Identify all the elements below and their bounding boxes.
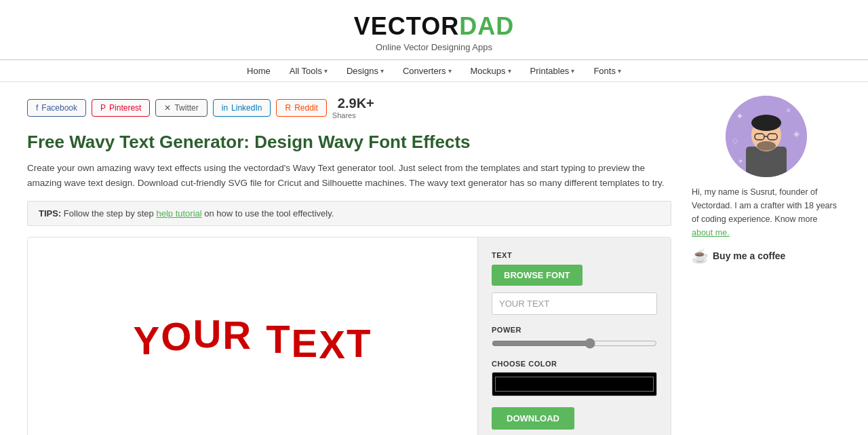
chevron-down-icon: ▾: [448, 67, 452, 75]
nav-designs[interactable]: Designs ▾: [347, 66, 384, 76]
tips-box: TIPS: Follow the step by step help tutor…: [27, 201, 671, 226]
power-label: POWER: [492, 326, 657, 334]
sidebar-bio: Hi, my name is Susrut, founder of Vector…: [692, 185, 841, 240]
svg-text:◇: ◇: [732, 136, 738, 145]
svg-text:✦: ✦: [736, 111, 744, 121]
facebook-icon: f: [36, 103, 38, 113]
preview-panel: Y O U R T E X T: [28, 238, 477, 435]
wavy-letter-T: T: [266, 316, 291, 362]
social-shares: f Facebook P Pinterest ✕ Twitter in Link…: [27, 96, 671, 119]
chevron-down-icon: ▾: [324, 67, 328, 75]
sidebar-avatar-card: ✦ ≡ ◈ ◇ ✦: [692, 96, 841, 264]
nav-mockups[interactable]: Mockups ▾: [471, 66, 511, 76]
wavy-text-preview: Y O U R T E X T: [134, 318, 372, 363]
text-input[interactable]: [492, 292, 657, 315]
chevron-down-icon: ▾: [571, 67, 574, 75]
coffee-icon: ☕: [692, 248, 709, 264]
bio-text: Hi, my name is Susrut, founder of Vector…: [692, 187, 837, 224]
pinterest-icon: P: [100, 103, 106, 113]
logo-text1: VECTOR: [354, 12, 459, 40]
browse-font-button[interactable]: BROWSE FONT: [492, 265, 583, 286]
wavy-letter-U: U: [193, 311, 222, 356]
facebook-share-button[interactable]: f Facebook: [27, 99, 86, 117]
chevron-down-icon: ▾: [508, 67, 511, 75]
pinterest-share-button[interactable]: P Pinterest: [92, 99, 150, 117]
tips-link[interactable]: help tutorial: [156, 208, 201, 219]
coffee-label: Buy me a coffee: [713, 250, 785, 261]
power-slider[interactable]: [492, 338, 657, 349]
text-control-label: TEXT: [492, 251, 657, 259]
color-label: CHOOSE COLOR: [492, 360, 657, 368]
tool-area: Y O U R T E X T TEXT BROWSE FONT POWER: [27, 237, 671, 435]
wavy-letter-O: O: [161, 314, 193, 359]
twitter-icon: ✕: [164, 103, 171, 113]
shares-count-block: 2.9K+ Shares: [332, 96, 374, 119]
nav-home[interactable]: Home: [247, 66, 271, 76]
download-button[interactable]: DOWNLOAD: [492, 407, 574, 430]
wavy-letter-E: E: [292, 320, 319, 366]
tips-text: Follow the step by step: [64, 208, 157, 219]
svg-text:≡: ≡: [787, 107, 791, 114]
site-tagline: Online Vector Designing Apps: [14, 42, 854, 52]
wavy-letter-Y: Y: [134, 318, 161, 363]
tips-label: TIPS:: [39, 208, 61, 219]
bio-link[interactable]: about me.: [692, 228, 730, 238]
buy-coffee-button[interactable]: ☕ Buy me a coffee: [692, 248, 841, 264]
nav-printables[interactable]: Printables ▾: [530, 66, 575, 76]
twitter-share-button[interactable]: ✕ Twitter: [155, 99, 207, 117]
chevron-down-icon: ▾: [380, 67, 384, 75]
main-column: f Facebook P Pinterest ✕ Twitter in Link…: [27, 96, 671, 435]
logo-text2: DAD: [459, 12, 514, 40]
shares-count: 2.9K+: [338, 96, 374, 111]
wavy-letter-R: R: [222, 312, 252, 358]
page-description: Create your own amazing wavy text effect…: [27, 161, 671, 190]
avatar-illustration: ✦ ≡ ◈ ◇ ✦: [726, 96, 807, 177]
svg-point-12: [757, 141, 776, 151]
shares-label: Shares: [332, 111, 374, 119]
chevron-down-icon: ▾: [618, 67, 621, 75]
nav-all-tools[interactable]: All Tools ▾: [290, 66, 328, 76]
nav-fonts[interactable]: Fonts ▾: [593, 66, 621, 76]
svg-point-8: [751, 115, 781, 131]
controls-panel: TEXT BROWSE FONT POWER CHOOSE COLOR DOWN…: [477, 238, 671, 435]
tips-suffix: on how to use the tool effectively.: [204, 208, 334, 219]
wavy-letter-T2: T: [347, 320, 372, 366]
wavy-letter-X: X: [319, 322, 347, 367]
color-picker[interactable]: [492, 372, 657, 396]
svg-text:◈: ◈: [793, 129, 800, 138]
avatar: ✦ ≡ ◈ ◇ ✦: [726, 96, 807, 177]
sidebar: ✦ ≡ ◈ ◇ ✦: [692, 96, 841, 435]
site-logo[interactable]: VECTORDAD: [14, 12, 854, 41]
svg-text:✦: ✦: [738, 157, 743, 165]
wavy-space: [252, 318, 266, 363]
linkedin-icon: in: [222, 103, 228, 113]
nav-converters[interactable]: Converters ▾: [403, 66, 452, 76]
site-header: VECTORDAD Online Vector Designing Apps: [0, 0, 868, 60]
main-nav: Home All Tools ▾ Designs ▾ Converters ▾ …: [0, 60, 868, 82]
reddit-share-button[interactable]: R Reddit: [276, 99, 326, 117]
reddit-icon: R: [285, 103, 291, 113]
page-content: f Facebook P Pinterest ✕ Twitter in Link…: [0, 82, 868, 435]
linkedin-share-button[interactable]: in LinkedIn: [213, 99, 271, 117]
page-title: Free Wavy Text Generator: Design Wavy Fo…: [27, 132, 671, 153]
